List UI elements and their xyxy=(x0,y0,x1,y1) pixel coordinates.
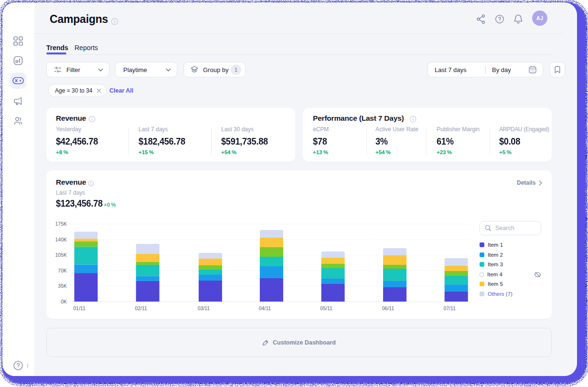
svg-text:0K: 0K xyxy=(61,299,67,304)
svg-text:03/11: 03/11 xyxy=(198,305,210,311)
svg-text:140K: 140K xyxy=(55,237,67,242)
svg-text:06/11: 06/11 xyxy=(382,305,395,311)
svg-text:01/11: 01/11 xyxy=(73,305,86,311)
svg-text:175K: 175K xyxy=(55,221,67,227)
svg-text:02/11: 02/11 xyxy=(135,305,147,311)
svg-text:05/11: 05/11 xyxy=(320,305,332,311)
svg-text:35K: 35K xyxy=(58,283,67,289)
svg-text:105K: 105K xyxy=(55,252,67,258)
svg-text:07/11: 07/11 xyxy=(443,305,456,311)
svg-text:70K: 70K xyxy=(58,268,67,273)
svg-text:04/11: 04/11 xyxy=(259,305,271,311)
